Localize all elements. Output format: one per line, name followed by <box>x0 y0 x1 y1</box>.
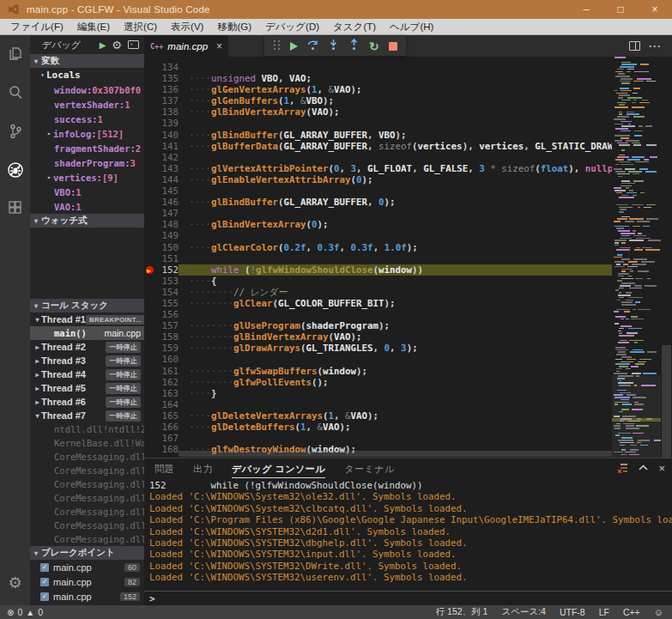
panel-tab[interactable]: ターミナル <box>344 459 395 478</box>
panel-tab[interactable]: 出力 <box>193 459 213 478</box>
split-editor-icon[interactable] <box>629 41 640 51</box>
glyph-margin[interactable] <box>144 444 156 455</box>
variable-row[interactable]: ▸infoLog: [512] <box>30 126 144 141</box>
close-button[interactable]: × <box>638 3 672 15</box>
more-actions-icon[interactable]: ··· <box>649 40 662 52</box>
errors-count[interactable]: 0 <box>17 607 22 617</box>
warnings-count[interactable]: 0 <box>38 607 43 617</box>
stop-button[interactable] <box>389 42 397 51</box>
glyph-margin[interactable] <box>144 253 156 264</box>
glyph-margin[interactable] <box>144 152 156 163</box>
debug-console-input[interactable]: > <box>144 591 672 605</box>
explorer-icon[interactable] <box>5 44 26 64</box>
tab-close-icon[interactable]: × <box>216 40 222 52</box>
glyph-margin[interactable] <box>144 242 156 253</box>
thread-row[interactable]: ▾Thread #1BREAKPOINT... <box>30 313 144 326</box>
step-into-button[interactable] <box>328 39 339 54</box>
breakpoint-checkbox[interactable]: ✓ <box>40 578 49 586</box>
breakpoint-row[interactable]: ✓main.cpp60 <box>30 560 144 574</box>
debug-console-output[interactable]: 152 while (!glfwWindowShouldClose(window… <box>144 478 672 591</box>
section-watch[interactable]: ▾ウォッチ式 <box>30 214 144 228</box>
status-item[interactable]: C++ <box>623 607 640 617</box>
glyph-margin[interactable] <box>144 320 156 331</box>
glyph-margin[interactable] <box>144 388 156 399</box>
breakpoint-row[interactable]: ✓main.cpp82 <box>30 574 144 589</box>
glyph-margin[interactable] <box>144 118 156 129</box>
settings-gear-icon[interactable]: ⚙ <box>5 573 26 593</box>
panel-tab[interactable]: 問題 <box>154 459 174 478</box>
glyph-margin[interactable] <box>144 84 156 95</box>
feedback-smiley-icon[interactable]: ☺ <box>654 607 663 617</box>
menu-item[interactable]: デバッグ(D) <box>258 19 326 34</box>
thread-row[interactable]: ▸Thread #4一時停止 <box>30 367 144 381</box>
menu-item[interactable]: タスク(T) <box>326 19 383 34</box>
variable-row[interactable]: shaderProgram: 3 <box>30 155 144 170</box>
glyph-margin[interactable] <box>144 230 156 241</box>
variable-row[interactable]: VAO: 1 <box>30 199 144 214</box>
glyph-margin[interactable] <box>144 343 156 354</box>
menu-item[interactable]: 表示(V) <box>164 19 210 34</box>
breakpoint-checkbox[interactable]: ✓ <box>40 563 49 572</box>
glyph-margin[interactable] <box>144 208 156 219</box>
breakpoint-row[interactable]: ✓main.cpp152 <box>30 589 144 604</box>
status-item[interactable]: スペース:4 <box>501 606 546 618</box>
variable-row[interactable]: VBO: 1 <box>30 185 144 199</box>
open-console-icon[interactable]: › <box>128 40 139 49</box>
stack-frame-row[interactable]: CoreMessaging.dll!Co <box>30 491 144 505</box>
glyph-margin[interactable] <box>144 73 156 84</box>
tab-main-cpp[interactable]: C++ main.cpp × <box>144 35 228 57</box>
code-editor[interactable]: 134135····unsigned VBO, VAO;136····glGen… <box>144 57 672 458</box>
source-control-icon[interactable] <box>5 121 26 142</box>
variable-row[interactable]: fragmentShader: 2 <box>30 141 144 155</box>
debug-icon[interactable] <box>5 160 26 180</box>
breakpoint-glyph[interactable]: ▶ <box>144 264 156 276</box>
stack-frame-row[interactable]: CoreMessaging.dll!Co <box>30 477 144 491</box>
glyph-margin[interactable] <box>144 130 156 141</box>
stack-frame-row[interactable]: KernelBase.dll!WaitF <box>30 436 144 450</box>
step-out-button[interactable] <box>348 39 360 54</box>
variables-scope-row[interactable]: ▾Locals <box>30 68 144 82</box>
panel-close-icon[interactable]: × <box>658 462 665 475</box>
restart-button[interactable]: ↻ <box>369 40 379 52</box>
glyph-margin[interactable] <box>144 354 156 365</box>
toolbar-drag-handle[interactable] <box>273 39 281 54</box>
glyph-margin[interactable] <box>144 399 156 410</box>
thread-row[interactable]: ▸Thread #6一時停止 <box>30 395 144 409</box>
search-icon[interactable] <box>5 82 26 103</box>
glyph-margin[interactable] <box>144 276 156 287</box>
glyph-margin[interactable] <box>144 287 156 298</box>
panel-maximize-icon[interactable] <box>639 464 648 473</box>
glyph-margin[interactable] <box>144 422 156 433</box>
glyph-margin[interactable] <box>144 309 156 320</box>
menu-item[interactable]: ヘルプ(H) <box>383 19 440 34</box>
variable-row[interactable]: vertexShader: 1 <box>30 97 144 112</box>
editor-horizontal-scrollbar[interactable] <box>179 451 612 457</box>
thread-row[interactable]: ▸Thread #3一時停止 <box>30 354 144 367</box>
section-call-stack[interactable]: ▾コール スタック <box>30 299 144 313</box>
panel-tab[interactable]: デバッグ コンソール <box>232 459 325 478</box>
minimap[interactable] <box>612 57 661 458</box>
filter-icon[interactable] <box>617 461 628 476</box>
glyph-margin[interactable] <box>144 377 156 388</box>
glyph-margin[interactable] <box>144 174 156 185</box>
step-over-button[interactable] <box>307 39 318 54</box>
warnings-icon[interactable]: ▲ <box>26 608 34 617</box>
status-item[interactable]: UTF-8 <box>560 607 585 617</box>
menu-item[interactable]: 移動(G) <box>210 19 258 34</box>
minimize-button[interactable]: – <box>569 3 603 15</box>
section-breakpoints[interactable]: ▾ブレークポイント <box>30 546 144 560</box>
menu-item[interactable]: 選択(C) <box>117 19 164 34</box>
stack-frame-row[interactable]: ntdll.dll!ntdll!ZwWai <box>30 422 144 436</box>
glyph-margin[interactable] <box>144 298 156 309</box>
glyph-margin[interactable] <box>144 219 156 230</box>
glyph-margin[interactable] <box>144 433 156 444</box>
stack-frame-row[interactable]: CoreMessaging.dll!Co <box>30 464 144 477</box>
stack-frame-row-selected[interactable]: main()main.cpp <box>30 326 144 340</box>
stack-frame-row[interactable]: CoreMessaging.dll!Co <box>30 505 144 519</box>
variable-row[interactable]: window: 0x307b0f0 <box>30 82 144 97</box>
glyph-margin[interactable] <box>144 197 156 208</box>
extensions-icon[interactable] <box>5 198 26 219</box>
glyph-margin[interactable] <box>144 185 156 197</box>
section-variables[interactable]: ▾変数 <box>30 54 144 68</box>
stack-frame-row[interactable]: CoreMessaging.dll!Co <box>30 519 144 532</box>
